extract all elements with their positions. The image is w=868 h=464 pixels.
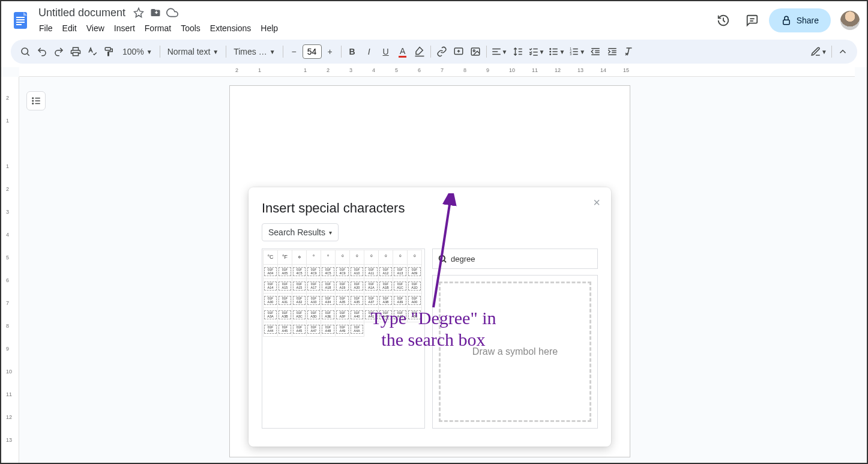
insert-image-icon[interactable] [467,43,484,60]
character-cell[interactable]: 01FA00 [408,294,422,308]
share-button[interactable]: Share [769,8,831,32]
character-cell[interactable]: ° [307,250,321,265]
docs-logo[interactable] [8,8,32,32]
character-cell[interactable]: 01FA3F [336,308,350,322]
character-cell[interactable]: 01FA15 [278,279,292,294]
search-menus-icon[interactable] [17,43,34,60]
move-icon[interactable] [148,5,163,20]
increase-indent-icon[interactable] [604,43,621,60]
character-cell[interactable]: 01FA43 [393,308,408,322]
character-search-box[interactable] [432,249,598,269]
add-comment-icon[interactable] [450,43,467,60]
font-size-increase[interactable]: + [322,43,339,60]
character-cell[interactable]: 01FA05 [278,265,292,279]
font-size-decrease[interactable]: − [286,43,303,60]
character-cell[interactable]: °C [264,250,278,265]
character-cell[interactable]: 01FA33 [307,294,321,308]
redo-icon[interactable] [50,43,67,60]
text-color-icon[interactable]: A [394,43,411,60]
character-cell[interactable]: 01F4C9 [307,265,321,279]
character-cell[interactable]: 01FA45 [278,322,292,337]
menu-format[interactable]: Format [140,22,175,34]
character-cell[interactable]: 01FA13 [393,265,408,279]
character-cell[interactable]: 01FA10 [350,265,364,279]
character-cell[interactable]: ⁰ [364,250,379,265]
clear-formatting-icon[interactable] [621,43,637,60]
character-cell[interactable]: 01FA3B [278,308,292,322]
undo-icon[interactable] [34,43,50,60]
character-cell[interactable]: 01FA12 [379,265,393,279]
doc-title[interactable]: Untitled document [35,5,129,20]
character-cell[interactable]: 01FA04 [264,265,278,279]
character-cell[interactable]: 01FA3E [321,308,336,322]
character-cell[interactable]: 01FA3A [264,308,278,322]
menu-insert[interactable]: Insert [110,22,139,34]
character-cell[interactable]: 01FA4A [350,322,364,337]
character-cell[interactable]: 01FA47 [307,322,321,337]
character-cell[interactable]: 01FA00 [408,308,422,322]
close-icon[interactable]: × [593,196,600,209]
character-cell[interactable]: ⁰ [350,250,364,265]
character-cell[interactable]: 01FA31 [278,294,292,308]
character-cell[interactable]: 01FA30 [264,294,278,308]
highlight-icon[interactable] [411,43,428,60]
numbered-list-icon[interactable]: 123▼ [567,43,587,60]
character-cell[interactable]: ⁰ [393,250,408,265]
align-dropdown[interactable]: ▼ [489,43,510,60]
history-icon[interactable] [711,8,735,32]
character-cell[interactable]: 01FA35 [336,294,350,308]
print-icon[interactable] [67,43,84,60]
character-cell[interactable]: ⁰ [336,250,350,265]
character-cell[interactable]: 01FA39 [393,294,408,308]
draw-symbol-area[interactable]: Draw a symbol here [432,275,598,429]
character-cell[interactable]: 01FA11 [364,265,379,279]
character-cell[interactable]: 01FA1D [408,279,422,294]
character-cell[interactable]: ° [321,250,336,265]
collapse-toolbar-icon[interactable] [834,43,851,60]
character-cell[interactable]: 01FA20 [350,279,364,294]
character-cell[interactable]: 01FA1B [379,279,393,294]
bold-icon[interactable]: B [344,43,361,60]
character-cell[interactable]: ⁰ [379,250,393,265]
character-cell[interactable]: ⋄ [292,250,307,265]
character-cell[interactable]: 01FA49 [336,322,350,337]
character-cell[interactable]: 01FA34 [321,294,336,308]
character-cell[interactable]: 01FA37 [364,294,379,308]
insert-link-icon[interactable] [433,43,450,60]
character-cell[interactable]: 01FA48 [321,322,336,337]
font-dropdown[interactable]: Times …▼ [229,43,280,60]
comments-icon[interactable] [740,8,764,32]
bulleted-list-icon[interactable]: ▼ [546,43,567,60]
show-outline-button[interactable] [26,91,46,110]
character-cell[interactable]: 01FA1A [364,279,379,294]
character-cell[interactable]: 01FA38 [379,294,393,308]
character-cell[interactable]: 01FA42 [379,308,393,322]
character-cell[interactable]: 01FA1C [393,279,408,294]
character-cell[interactable]: 01FA15 [292,279,307,294]
paint-format-icon[interactable] [101,43,118,60]
character-cell[interactable]: 01FA32 [292,294,307,308]
character-cell[interactable]: 01FA14 [264,279,278,294]
underline-icon[interactable]: U [378,43,394,60]
character-cell[interactable]: 01FA19 [336,279,350,294]
vertical-ruler[interactable]: 2112345678910111213 [1,77,19,463]
character-search-input[interactable] [451,255,592,264]
checklist-icon[interactable]: ▼ [526,43,547,60]
menu-extensions[interactable]: Extensions [206,22,255,34]
character-cell[interactable]: 01F4C5 [321,265,336,279]
line-spacing-icon[interactable] [510,43,526,60]
character-cell[interactable]: 01FA17 [307,279,321,294]
star-icon[interactable] [131,5,146,20]
character-cell[interactable]: 01FA40 [350,308,364,322]
editing-mode-dropdown[interactable]: ▼ [809,43,829,60]
spellcheck-icon[interactable] [84,43,101,60]
menu-tools[interactable]: Tools [176,22,205,34]
cloud-status-icon[interactable] [165,5,179,20]
character-cell[interactable]: 01F4C5 [292,265,307,279]
avatar[interactable] [840,11,860,30]
character-cell[interactable]: 01FA18 [321,279,336,294]
character-cell[interactable]: °F [278,250,292,265]
character-cell[interactable]: 01FA44 [264,322,278,337]
menu-help[interactable]: Help [256,22,282,34]
character-cell[interactable]: 01FA3C [292,308,307,322]
